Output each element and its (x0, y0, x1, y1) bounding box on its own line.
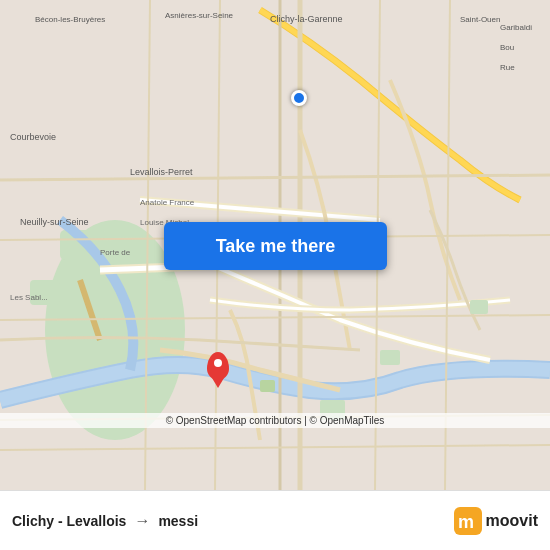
map-attribution: © OpenStreetMap contributors | © OpenMap… (0, 413, 550, 428)
svg-text:Bécon-les-Bruyères: Bécon-les-Bruyères (35, 15, 105, 24)
svg-text:m: m (458, 512, 474, 532)
svg-rect-6 (380, 350, 400, 365)
route-info: Clichy - Levallois → messi (12, 512, 454, 530)
svg-text:Anatole France: Anatole France (140, 198, 195, 207)
svg-text:Garibaldi: Garibaldi (500, 23, 532, 32)
svg-text:Courbevoie: Courbevoie (10, 132, 56, 142)
svg-text:Clichy-la-Garenne: Clichy-la-Garenne (270, 14, 343, 24)
arrow-icon: → (134, 512, 150, 530)
svg-text:Saint-Ouen: Saint-Ouen (460, 15, 500, 24)
svg-text:Les Sabl...: Les Sabl... (10, 293, 48, 302)
svg-text:Rue: Rue (500, 63, 515, 72)
moovit-text: moovit (486, 512, 538, 530)
moovit-icon: m (454, 507, 482, 535)
map-container: Clichy-la-Garenne Asnières-sur-Seine Béc… (0, 0, 550, 490)
destination-label: messi (158, 513, 198, 529)
bottom-bar: Clichy - Levallois → messi m moovit (0, 490, 550, 550)
svg-text:Neuilly-sur-Seine: Neuilly-sur-Seine (20, 217, 89, 227)
moovit-logo: m moovit (454, 507, 538, 535)
svg-text:Asnières-sur-Seine: Asnières-sur-Seine (165, 11, 234, 20)
svg-rect-7 (470, 300, 488, 314)
svg-rect-5 (260, 380, 275, 392)
origin-marker (291, 90, 307, 106)
svg-text:Bou: Bou (500, 43, 514, 52)
origin-label: Clichy - Levallois (12, 513, 126, 529)
svg-text:Levallois-Perret: Levallois-Perret (130, 167, 193, 177)
take-me-there-button[interactable]: Take me there (164, 222, 387, 270)
svg-text:Porte de: Porte de (100, 248, 131, 257)
